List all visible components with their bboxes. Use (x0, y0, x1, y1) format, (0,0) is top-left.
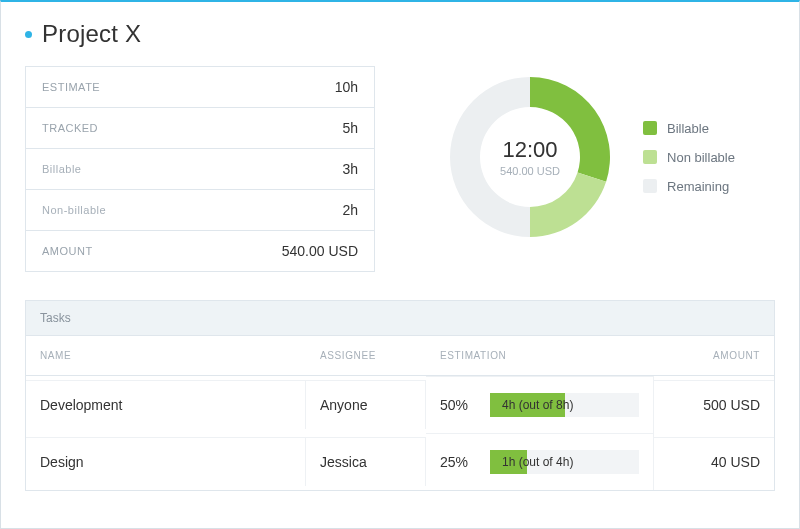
donut-center: 12:00 540.00 USD (445, 72, 615, 242)
stat-label: AMOUNT (42, 245, 93, 257)
donut-time: 12:00 (503, 137, 558, 163)
tasks-section: Tasks NAME ASSIGNEE ESTIMATION AMOUNT De… (25, 300, 775, 491)
stat-estimate: ESTIMATE 10h (26, 67, 374, 108)
stat-value: 10h (335, 79, 358, 95)
swatch-icon (643, 121, 657, 135)
estimation-percent: 25% (440, 454, 476, 470)
tasks-header-row: NAME ASSIGNEE ESTIMATION AMOUNT (26, 336, 774, 376)
stat-label: Non-billable (42, 204, 106, 216)
tasks-grid: NAME ASSIGNEE ESTIMATION AMOUNT Developm… (26, 336, 774, 490)
td-name: Design (26, 437, 306, 486)
stat-label: TRACKED (42, 122, 98, 134)
donut-amount: 540.00 USD (500, 165, 560, 177)
donut-area: 12:00 540.00 USD Billable Non billable R… (405, 66, 775, 242)
stat-value: 3h (342, 161, 358, 177)
legend-remaining: Remaining (643, 179, 735, 194)
td-amount: 40 USD (654, 437, 774, 486)
td-assignee: Jessica (306, 437, 426, 486)
donut-chart: 12:00 540.00 USD (445, 72, 615, 242)
stat-value: 5h (342, 120, 358, 136)
table-row[interactable]: DesignJessica25%1h (out of 4h)40 USD (26, 433, 774, 490)
progress-bar: 4h (out of 8h) (490, 393, 639, 417)
summary-section: ESTIMATE 10h TRACKED 5h Billable 3h Non-… (25, 66, 775, 272)
stat-billable: Billable 3h (26, 149, 374, 190)
swatch-icon (643, 150, 657, 164)
project-dashboard: Project X ESTIMATE 10h TRACKED 5h Billab… (0, 0, 800, 529)
legend-label: Billable (667, 121, 709, 136)
th-name: NAME (26, 336, 306, 376)
th-estimation: ESTIMATION (426, 336, 654, 376)
estimation-percent: 50% (440, 397, 476, 413)
donut-legend: Billable Non billable Remaining (643, 121, 735, 194)
td-estimation: 50%4h (out of 8h) (426, 376, 654, 433)
stat-nonbillable: Non-billable 2h (26, 190, 374, 231)
td-name: Development (26, 380, 306, 429)
legend-label: Remaining (667, 179, 729, 194)
td-assignee: Anyone (306, 380, 426, 429)
bullet-icon (25, 31, 32, 38)
td-amount: 500 USD (654, 380, 774, 429)
stat-amount: AMOUNT 540.00 USD (26, 231, 374, 271)
progress-bar: 1h (out of 4h) (490, 450, 639, 474)
td-estimation: 25%1h (out of 4h) (426, 433, 654, 490)
table-row[interactable]: DevelopmentAnyone50%4h (out of 8h)500 US… (26, 376, 774, 433)
legend-billable: Billable (643, 121, 735, 136)
stat-label: ESTIMATE (42, 81, 100, 93)
stat-tracked: TRACKED 5h (26, 108, 374, 149)
tasks-panel-title: Tasks (26, 301, 774, 336)
progress-label: 1h (out of 4h) (502, 450, 639, 474)
page-title: Project X (42, 20, 141, 48)
tasks-card: Tasks NAME ASSIGNEE ESTIMATION AMOUNT De… (25, 300, 775, 491)
th-amount: AMOUNT (654, 336, 774, 376)
stats-table: ESTIMATE 10h TRACKED 5h Billable 3h Non-… (25, 66, 375, 272)
progress-label: 4h (out of 8h) (502, 393, 639, 417)
legend-label: Non billable (667, 150, 735, 165)
swatch-icon (643, 179, 657, 193)
stat-value: 540.00 USD (282, 243, 358, 259)
stat-label: Billable (42, 163, 81, 175)
stat-value: 2h (342, 202, 358, 218)
th-assignee: ASSIGNEE (306, 336, 426, 376)
legend-nonbillable: Non billable (643, 150, 735, 165)
title-row: Project X (25, 20, 775, 48)
